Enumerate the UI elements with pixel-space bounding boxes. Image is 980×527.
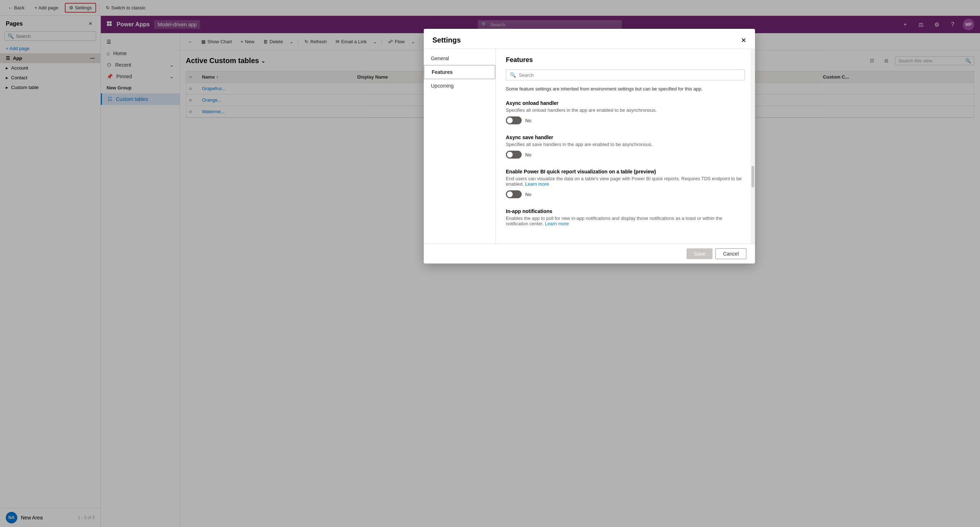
features-content-title: Features <box>506 56 745 64</box>
feature-powerbi: Enable Power BI quick report visualizati… <box>506 169 745 198</box>
feature-async-save: Async save handler Specifies all save ha… <box>506 134 745 159</box>
async-save-desc: Specifies all save handlers in the app a… <box>506 142 745 147</box>
features-header-desc: Some feature settings are inherited from… <box>506 86 745 91</box>
async-save-toggle-row: No <box>506 151 745 159</box>
async-onload-title: Async onload handler <box>506 100 745 106</box>
powerbi-toggle-label: No <box>525 192 531 197</box>
async-onload-desc: Specifies all onload handlers in the app… <box>506 107 745 113</box>
settings-title: Settings <box>433 36 461 44</box>
search-icon: 🔍 <box>510 72 516 78</box>
settings-body: General Features Upcoming Features 🔍 Som… <box>424 49 755 244</box>
settings-nav: General Features Upcoming <box>424 49 496 244</box>
async-save-toggle[interactable] <box>506 151 522 159</box>
save-button[interactable]: Save <box>687 248 713 259</box>
settings-header: Settings ✕ <box>424 29 755 49</box>
powerbi-learn-more-link[interactable]: Learn more <box>525 181 549 187</box>
notifications-learn-more-link[interactable]: Learn more <box>545 221 568 226</box>
settings-nav-general[interactable]: General <box>424 52 495 65</box>
powerbi-desc: End users can visualize the data on a ta… <box>506 176 745 187</box>
powerbi-title: Enable Power BI quick report visualizati… <box>506 169 745 174</box>
general-label: General <box>431 56 449 61</box>
features-search[interactable]: 🔍 <box>506 70 745 80</box>
async-onload-toggle[interactable] <box>506 117 522 125</box>
scrollbar-track <box>751 49 755 244</box>
async-save-title: Async save handler <box>506 134 745 140</box>
feature-notifications: In-app notifications Enables the app to … <box>506 208 745 226</box>
notifications-title: In-app notifications <box>506 208 745 214</box>
settings-close-button[interactable]: ✕ <box>741 37 746 44</box>
features-label: Features <box>432 69 453 75</box>
features-search-input[interactable] <box>519 72 741 78</box>
powerbi-toggle[interactable] <box>506 190 522 198</box>
settings-nav-features[interactable]: Features <box>424 65 495 79</box>
scrollbar-thumb[interactable] <box>751 166 754 187</box>
async-onload-toggle-label: No <box>525 118 531 123</box>
settings-features-content: Features 🔍 Some feature settings are inh… <box>496 49 755 244</box>
async-onload-toggle-row: No <box>506 117 745 125</box>
async-save-toggle-label: No <box>525 152 531 158</box>
feature-async-onload: Async onload handler Specifies all onloa… <box>506 100 745 125</box>
settings-nav-upcoming[interactable]: Upcoming <box>424 79 495 92</box>
settings-footer: Save Cancel <box>424 244 755 264</box>
notifications-desc: Enables the app to poll for new in-app n… <box>506 216 745 226</box>
powerbi-toggle-row: No <box>506 190 745 198</box>
upcoming-label: Upcoming <box>431 83 453 89</box>
settings-modal: Settings ✕ General Features Upcoming Fea… <box>424 29 755 264</box>
cancel-button[interactable]: Cancel <box>715 248 746 259</box>
